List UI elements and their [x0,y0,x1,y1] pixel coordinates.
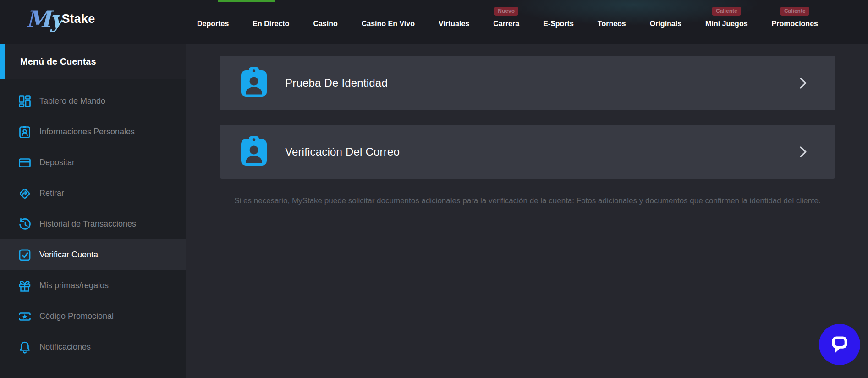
sidebar-title: Menú de Cuentas [0,44,186,79]
card-title: Verificación Del Correo [285,145,400,158]
nav-item-casino[interactable]: Casino [313,16,337,28]
nuevo-badge: Nuevo [494,7,518,16]
history-icon [17,217,32,232]
id-badge-icon [241,136,267,167]
email-verification-card[interactable]: Verificación Del Correo [220,125,835,179]
nav-item-virtuales[interactable]: Virtuales [439,16,469,28]
nav-item-casino-en-vivo[interactable]: Casino En Vivo [362,16,415,28]
caliente-badge: Caliente [712,7,741,16]
account-sidebar: Menú de Cuentas Tablero de Mando [0,44,186,378]
sidebar-item-informaciones-personales[interactable]: Informaciones Personales [0,117,186,147]
sidebar-item-depositar[interactable]: Depositar [0,147,186,178]
card-title: Prueba De Identidad [285,77,388,89]
sidebar-item-notificaciones[interactable]: Notificaciones [0,332,186,362]
sidebar-item-mis-primas-regalos[interactable]: Mis primas/regalos [0,270,186,301]
verification-content: Prueba De Identidad Verificación Del Cor… [186,44,868,378]
sidebar-menu: Tablero de Mando Informaciones Personale… [0,79,186,362]
credit-card-icon [17,156,32,170]
main-nav-menu: Deportes En Directo Casino Casino En Viv… [197,0,818,44]
logo-stake-text: Stake [61,12,95,26]
id-badge-icon [241,67,267,99]
nav-item-mini-juegos[interactable]: Caliente Mini Juegos [705,16,747,28]
nav-item-originals[interactable]: Originals [650,16,681,28]
gift-icon [17,278,32,293]
live-chat-button[interactable] [819,324,860,365]
promo-ticket-icon [17,309,32,324]
withdraw-icon [17,186,32,201]
top-navigation-bar: My Stake Deportes En Directo Casino Casi… [0,0,868,44]
chevron-right-icon [798,145,808,159]
verified-checkbox-icon [17,248,32,262]
sidebar-item-historial-de-transacciones[interactable]: Historial de Transacciones [0,209,186,239]
nav-item-carrera[interactable]: Nuevo Carrera [493,16,519,28]
logo-my-script: My [26,6,62,33]
id-card-icon [17,125,32,139]
bell-icon [17,340,32,355]
sidebar-item-retirar[interactable]: Retirar [0,178,186,209]
mystake-logo[interactable]: My Stake [26,6,95,33]
chevron-right-icon [798,76,808,90]
nav-item-esports[interactable]: E-Sports [543,16,574,28]
sidebar-item-tablero-de-mando[interactable]: Tablero de Mando [0,86,186,117]
nav-item-promociones[interactable]: Caliente Promociones [772,16,818,28]
nav-item-en-directo[interactable]: En Directo [253,16,289,28]
sidebar-item-verificar-cuenta[interactable]: Verificar Cuenta [0,239,186,270]
verification-note: Si es necesario, MyStake puede solicitar… [220,195,835,207]
nav-item-deportes[interactable]: Deportes [197,16,229,28]
dashboard-icon [17,94,32,109]
chat-bubble-icon [829,333,850,356]
identity-proof-card[interactable]: Prueba De Identidad [220,56,835,110]
nav-item-torneos[interactable]: Torneos [598,16,626,28]
caliente-badge: Caliente [780,7,809,16]
sidebar-item-codigo-promocional[interactable]: Código Promocional [0,301,186,332]
